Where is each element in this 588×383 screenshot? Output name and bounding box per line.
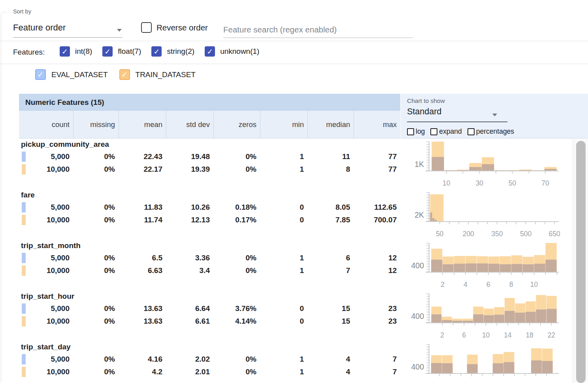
stat-value: 10,000 <box>19 215 73 225</box>
dataset-legend: ✓EVAL_DATASET✓TRAIN_DATASET <box>35 69 196 80</box>
chart-option-label: percentages <box>476 127 514 136</box>
stat-value: 0% <box>73 316 119 326</box>
stat-value: 7 <box>354 367 400 377</box>
svg-text:30: 30 <box>476 179 484 187</box>
stat-value: 0% <box>73 164 119 174</box>
column-header-missing: missing <box>73 111 119 138</box>
train-dataset-checkbox[interactable]: ✓ <box>119 69 130 80</box>
stat-value: 10,000 <box>19 316 73 326</box>
stat-value: 112.65 <box>354 202 400 212</box>
expand-checkbox[interactable] <box>430 128 437 135</box>
chevron-down-icon[interactable] <box>117 29 122 32</box>
train-swatch <box>22 367 26 377</box>
stat-value: 0% <box>73 152 119 162</box>
chart-type-dropdown[interactable]: Standard <box>407 107 441 117</box>
stat-value: 8 <box>307 164 354 174</box>
svg-text:50: 50 <box>436 230 444 238</box>
stat-value: 0% <box>73 215 119 225</box>
svg-text:22: 22 <box>548 331 555 339</box>
feature-type-filter-2: ✓string(2) <box>151 46 194 57</box>
svg-text:2K: 2K <box>415 210 424 219</box>
eval-swatch <box>22 152 26 162</box>
stat-value: 22.17 <box>119 164 166 174</box>
stat-value: 6.61 <box>166 316 213 326</box>
stat-value: 77 <box>354 152 400 162</box>
eval-swatch <box>22 303 26 314</box>
sort-by-label: Sort by <box>13 8 31 15</box>
stat-value: 5,000 <box>19 152 73 162</box>
eval-dataset-checkbox[interactable]: ✓ <box>35 69 46 80</box>
panel-separator <box>573 139 573 383</box>
stat-value: 11 <box>307 152 354 162</box>
feature-type-filters: ✓int(8)✓float(7)✓string(2)✓unknown(1) <box>60 46 259 57</box>
chevron-down-icon[interactable] <box>492 114 497 116</box>
train-stats-row: 10,0000%4.22.010%147 <box>19 367 400 377</box>
stat-value: 0% <box>73 367 119 377</box>
feature-type-filter-0: ✓int(8) <box>60 46 92 57</box>
column-header-min: min <box>260 111 307 138</box>
stat-value: 10,000 <box>19 265 73 276</box>
sort-by-underline <box>13 37 122 38</box>
chart-option-expand: expand <box>430 127 462 136</box>
percentages-checkbox[interactable] <box>467 128 475 135</box>
stat-value: 5,000 <box>19 253 73 263</box>
feature-type-label: unknown(1) <box>220 47 259 56</box>
feature-group-trip_start_day: trip_start_day5,0000%4.162.020%14710,000… <box>19 342 400 383</box>
feature-group-trip_start_hour: trip_start_hour5,0000%13.636.643.76%0152… <box>19 291 400 342</box>
stat-value: 8.05 <box>307 202 354 212</box>
train-swatch <box>22 215 26 225</box>
svg-text:500: 500 <box>520 230 531 238</box>
stat-value: 0 <box>260 303 307 314</box>
feature-type-checkbox[interactable]: ✓ <box>102 46 113 57</box>
feature-group-pickup_community_area: pickup_community_area5,0000%22.4319.480%… <box>19 139 400 190</box>
chart-options: logexpandpercentages <box>407 127 514 136</box>
divider <box>0 41 588 41</box>
stat-value: 1 <box>260 164 307 174</box>
svg-text:6: 6 <box>462 331 466 339</box>
column-header-mean: mean <box>119 111 166 138</box>
stat-value: 0% <box>213 253 260 263</box>
stat-value: 0% <box>213 354 260 364</box>
svg-text:70: 70 <box>541 179 549 187</box>
train-stats-row: 10,0000%22.1719.390%1877 <box>19 164 400 174</box>
svg-text:400: 400 <box>411 312 424 320</box>
eval-swatch <box>22 354 26 364</box>
stat-value: 1 <box>260 152 307 162</box>
feature-type-checkbox[interactable]: ✓ <box>151 46 162 57</box>
stat-value: 19.48 <box>166 152 213 162</box>
svg-text:350: 350 <box>491 230 503 238</box>
feature-histograms: 103050701K502003505006502K24681040026101… <box>400 139 573 383</box>
stat-value: 10,000 <box>19 367 73 377</box>
svg-text:18: 18 <box>526 331 533 339</box>
stat-value: 0% <box>213 164 260 174</box>
stat-value: 2.02 <box>166 354 213 364</box>
svg-text:400: 400 <box>411 261 424 270</box>
feature-name: trip_start_day <box>21 342 71 352</box>
feature-rows: pickup_community_area5,0000%22.4319.480%… <box>19 139 400 383</box>
train-swatch <box>22 316 26 326</box>
eval-stats-row: 5,0000%6.53.360%1612 <box>19 253 400 263</box>
svg-text:200: 200 <box>463 230 474 238</box>
feature-type-checkbox[interactable]: ✓ <box>60 46 70 57</box>
stat-value: 10,000 <box>19 164 73 174</box>
stat-value: 4 <box>307 367 354 377</box>
feature-search-input[interactable] <box>223 22 413 38</box>
svg-text:14: 14 <box>504 331 512 339</box>
eval-swatch <box>22 202 26 212</box>
svg-text:2: 2 <box>440 331 444 339</box>
stat-value: 13.63 <box>119 316 166 326</box>
scrollbar-thumb[interactable] <box>576 141 586 383</box>
stat-value: 0 <box>260 202 307 212</box>
stat-value: 5,000 <box>19 354 73 364</box>
numeric-features-header: Numeric Features (15) <box>19 94 400 111</box>
log-checkbox[interactable] <box>407 128 414 135</box>
stat-value: 1 <box>260 253 307 263</box>
stat-value: 11.83 <box>119 202 166 212</box>
stat-value: 2.01 <box>166 367 213 377</box>
reverse-order-checkbox[interactable] <box>141 22 152 33</box>
feature-type-checkbox[interactable]: ✓ <box>205 46 215 57</box>
svg-text:50: 50 <box>509 179 516 187</box>
sort-by-dropdown[interactable]: Feature order <box>13 23 66 33</box>
column-header-std-dev: std dev <box>166 111 213 138</box>
chart-to-show-label: Chart to show <box>407 97 445 104</box>
